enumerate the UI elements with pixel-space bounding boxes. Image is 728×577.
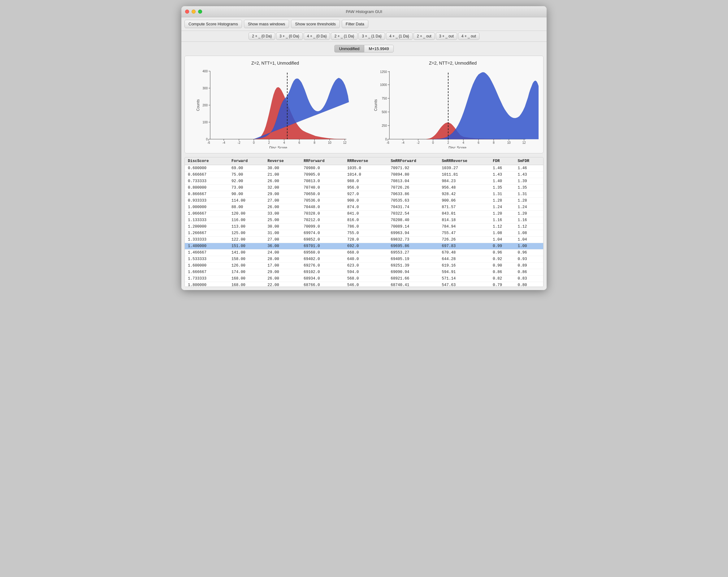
show-mass-windows-button[interactable]: Show mass windows <box>244 20 289 28</box>
table-row[interactable]: 1.200000113.0030.0070099.0786.070089.147… <box>185 224 543 230</box>
table-row[interactable]: 1.666667174.0029.0069102.0594.069090.945… <box>185 269 543 276</box>
svg-text:Counts: Counts <box>373 99 378 111</box>
svg-text:Disc Score: Disc Score <box>448 146 466 148</box>
tab-3p-1da[interactable]: 3 + _ {1 Da} <box>359 32 385 40</box>
svg-text:1000: 1000 <box>380 83 387 87</box>
chart-left-title: Z=2, NTT=1, Unmodified <box>189 61 361 65</box>
show-score-thresholds-button[interactable]: Show score thresholds <box>291 20 340 28</box>
chart-left-svg: 0 100 200 300 400 Counts <box>189 68 361 148</box>
title-bar: PAW Histogram GUI <box>181 6 547 17</box>
svg-text:2: 2 <box>268 141 270 144</box>
svg-text:250: 250 <box>382 124 387 128</box>
table-row[interactable]: 1.466667141.0024.0069560.0668.069553.276… <box>185 250 543 256</box>
svg-text:200: 200 <box>203 104 208 107</box>
col-forward: Forward <box>228 157 265 165</box>
svg-text:10: 10 <box>328 141 332 144</box>
table-row[interactable]: 0.80000073.0032.0070740.0956.070726.2695… <box>185 185 543 191</box>
svg-text:4: 4 <box>463 141 464 144</box>
tab-4p-0da[interactable]: 4 + _ {0 Da} <box>304 32 330 40</box>
table-row[interactable]: 1.133333116.0025.0070212.0816.070208.408… <box>185 217 543 224</box>
svg-text:-6: -6 <box>387 141 389 144</box>
svg-text:2: 2 <box>447 141 449 144</box>
sub-tab-unmodified[interactable]: Unmodified <box>334 45 364 53</box>
col-reverse: Reverse <box>264 157 301 165</box>
svg-text:8: 8 <box>493 141 495 144</box>
svg-text:4: 4 <box>283 141 285 144</box>
data-table: DiscScore Forward Reverse RRForward RRRe… <box>185 157 543 287</box>
table-row[interactable]: 0.933333114.0027.0070536.0900.070535.639… <box>185 198 543 204</box>
table-body: 0.60000069.0030.0070980.01035.070971.921… <box>185 165 543 287</box>
svg-text:10: 10 <box>507 141 511 144</box>
data-table-container: DiscScore Forward Reverse RRForward RRRe… <box>184 157 544 287</box>
tab-4p-1da[interactable]: 4 + _ {1 Da} <box>386 32 413 40</box>
sub-tab-m15[interactable]: M+15.9949 <box>364 45 393 53</box>
tab-4p-out[interactable]: 4 + _ out <box>458 32 479 40</box>
maximize-button[interactable] <box>198 9 202 13</box>
chart-right: Z=2, NTT=2, Unmodified 0 <box>367 61 539 148</box>
table-row[interactable]: 1.800000168.0022.0068766.0546.068740.415… <box>185 282 543 287</box>
sub-tab-bar: Unmodified M+15.9949 <box>184 45 544 53</box>
svg-text:0: 0 <box>432 141 434 144</box>
tab-2p-0da[interactable]: 2 + _ {0 Da} <box>249 32 275 40</box>
table-row[interactable]: 1.333333122.0027.0069852.0728.069832.737… <box>185 237 543 243</box>
col-smrrforward: SmRRForward <box>388 157 439 165</box>
col-smfdr: SmFDR <box>515 157 543 165</box>
table-row[interactable]: 1.600000126.0017.0069276.0623.069251.396… <box>185 263 543 269</box>
charts-container: Z=2, NTT=1, Unmodified <box>184 56 544 154</box>
svg-text:12: 12 <box>343 141 347 144</box>
svg-text:6: 6 <box>298 141 300 144</box>
svg-text:-4: -4 <box>223 141 225 144</box>
tab-2p-out[interactable]: 2 + _ out <box>414 32 435 40</box>
toolbar: Compute Score Histograms Show mass windo… <box>181 17 547 31</box>
tab-2p-1da[interactable]: 2 + _ {1 Da} <box>331 32 358 40</box>
content-area: Unmodified M+15.9949 Z=2, NTT=1, Unmodif… <box>181 42 547 290</box>
svg-text:Disc Score: Disc Score <box>269 146 287 148</box>
col-rrforward: RRForward <box>301 157 344 165</box>
svg-text:-4: -4 <box>402 141 405 144</box>
svg-text:Counts: Counts <box>196 99 200 111</box>
tab-3p-out[interactable]: 3 + _ out <box>436 32 457 40</box>
compute-score-histograms-button[interactable]: Compute Score Histograms <box>184 20 242 28</box>
table-row[interactable]: 0.66666775.0021.0070905.01014.070894.801… <box>185 172 543 178</box>
svg-text:100: 100 <box>203 120 208 124</box>
table-row[interactable]: 1.266667125.0031.0069974.0755.069963.947… <box>185 230 543 237</box>
col-fdr: FDR <box>490 157 515 165</box>
svg-text:750: 750 <box>382 97 387 100</box>
svg-text:12: 12 <box>522 141 526 144</box>
chart-right-area: 0 250 500 750 1000 1250 C <box>367 68 539 148</box>
svg-text:1250: 1250 <box>380 70 387 74</box>
chart-left-area: 0 100 200 300 400 Counts <box>189 68 361 148</box>
tab-bar: 2 + _ {0 Da} 3 + _ {0 Da} 4 + _ {0 Da} 2… <box>181 31 547 42</box>
svg-text:500: 500 <box>382 110 387 114</box>
svg-text:-2: -2 <box>417 141 420 144</box>
svg-text:6: 6 <box>477 141 479 144</box>
svg-text:400: 400 <box>203 70 208 73</box>
table-row[interactable]: 1.066667120.0033.0070328.0841.070322.548… <box>185 211 543 217</box>
window-controls <box>185 9 202 13</box>
chart-right-title: Z=2, NTT=2, Unmodified <box>367 61 539 65</box>
svg-text:0: 0 <box>253 141 255 144</box>
svg-text:-6: -6 <box>207 141 210 144</box>
filter-data-button[interactable]: Filter Data <box>342 20 368 28</box>
table-row[interactable]: 1.400000151.0036.0069701.0692.069695.866… <box>185 243 543 250</box>
table-row[interactable]: 0.86666790.0029.0070650.0927.070633.8692… <box>185 191 543 198</box>
table-row[interactable]: 1.533333158.0028.0069402.0640.069405.196… <box>185 256 543 263</box>
col-discscore: DiscScore <box>185 157 228 165</box>
table-row[interactable]: 1.00000088.0026.0070448.0874.070431.7487… <box>185 204 543 211</box>
col-smrrreverse: SmRRReverse <box>439 157 490 165</box>
svg-text:-2: -2 <box>238 141 240 144</box>
col-rrreverse: RRReverse <box>344 157 388 165</box>
minimize-button[interactable] <box>191 9 196 13</box>
table-header-row: DiscScore Forward Reverse RRForward RRRe… <box>185 157 543 165</box>
svg-text:8: 8 <box>314 141 315 144</box>
close-button[interactable] <box>185 9 189 13</box>
svg-text:0: 0 <box>206 138 208 141</box>
svg-text:300: 300 <box>203 87 208 90</box>
table-row[interactable]: 0.60000069.0030.0070980.01035.070971.921… <box>185 165 543 172</box>
tab-3p-0da[interactable]: 3 + _ {0 Da} <box>276 32 303 40</box>
table-row[interactable]: 0.73333392.0026.0070813.0988.070813.0498… <box>185 178 543 185</box>
svg-text:0: 0 <box>385 138 387 141</box>
main-window: PAW Histogram GUI Compute Score Histogra… <box>181 6 547 290</box>
window-title: PAW Histogram GUI <box>346 9 382 14</box>
table-row[interactable]: 1.733333168.0026.0068934.0568.068921.665… <box>185 276 543 282</box>
